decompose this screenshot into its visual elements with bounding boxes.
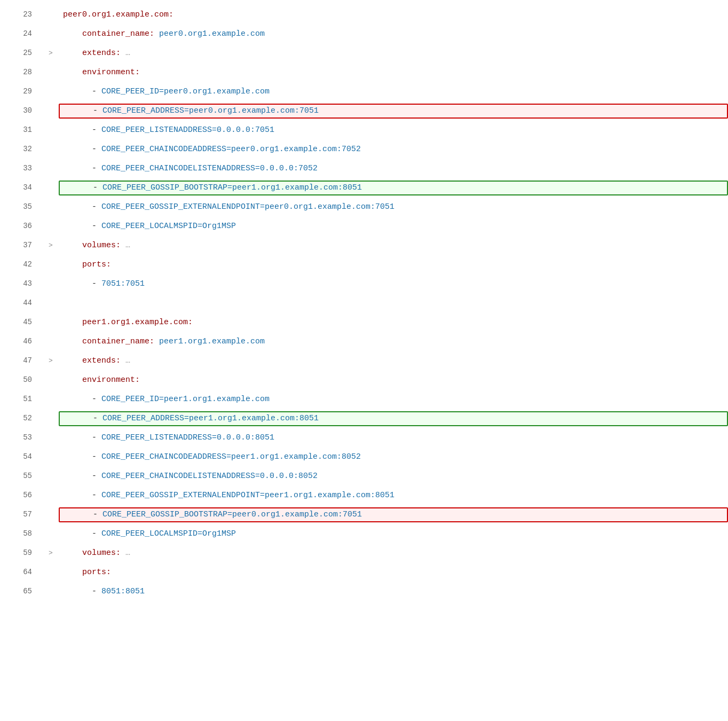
list-dash: - [93, 106, 102, 115]
list-value: CORE_PEER_CHAINCODEADDRESS=peer0.org1.ex… [101, 145, 361, 154]
line-number: 59 [0, 547, 43, 559]
line-number: 58 [0, 528, 43, 540]
value-text: peer1.org1.example.com [159, 337, 265, 346]
list-value: CORE_PEER_CHAINCODEADDRESS=peer1.org1.ex… [101, 452, 361, 461]
gutter-icon[interactable]: > [43, 356, 59, 366]
list-value: CORE_PEER_ID=peer0.org1.example.com [101, 87, 270, 96]
key-text: volumes: [82, 548, 125, 558]
list-value: CORE_PEER_CHAINCODELISTENADDRESS=0.0.0.0… [101, 472, 318, 481]
code-line: 43 - 7051:7051 [0, 275, 728, 294]
gutter-icon[interactable]: > [43, 48, 59, 59]
list-value: CORE_PEER_GOSSIP_EXTERNALENDPOINT=peer0.… [101, 202, 394, 211]
line-number: 32 [0, 144, 43, 155]
list-dash: - [92, 126, 101, 135]
list-value: CORE_PEER_LOCALMSPID=Org1MSP [101, 529, 236, 538]
collapsed-indicator: … [125, 548, 130, 558]
list-dash: - [92, 452, 101, 461]
line-content: - CORE_PEER_GOSSIP_EXTERNALENDPOINT=peer… [59, 489, 728, 501]
code-line: 35 - CORE_PEER_GOSSIP_EXTERNALENDPOINT=p… [0, 198, 728, 217]
line-content: - CORE_PEER_LOCALMSPID=Org1MSP [59, 220, 728, 232]
key-text: peer0.org1.example.com: [63, 10, 173, 19]
line-number: 25 [0, 48, 43, 59]
gutter-icon[interactable]: > [43, 240, 59, 251]
line-number: 34 [0, 182, 43, 194]
key-text: ports: [82, 568, 111, 577]
code-line: 24 container_name: peer0.org1.example.co… [0, 25, 728, 44]
list-value: CORE_PEER_LISTENADDRESS=0.0.0.0:7051 [101, 126, 274, 135]
line-number: 65 [0, 586, 43, 598]
code-line: 29 - CORE_PEER_ID=peer0.org1.example.com [0, 82, 728, 101]
key-text: extends: [82, 49, 125, 58]
key-text: ports: [82, 260, 111, 269]
line-content: extends: … [59, 355, 728, 367]
list-value: CORE_PEER_GOSSIP_BOOTSTRAP=peer0.org1.ex… [102, 510, 362, 519]
line-number: 50 [0, 374, 43, 386]
code-line: 45 peer1.org1.example.com: [0, 313, 728, 332]
list-value: 7051:7051 [101, 279, 145, 288]
list-dash: - [92, 222, 101, 231]
code-line: 59> volumes: … [0, 544, 728, 563]
list-value: CORE_PEER_LISTENADDRESS=0.0.0.0:8051 [101, 433, 274, 442]
list-value: CORE_PEER_GOSSIP_BOOTSTRAP=peer1.org1.ex… [102, 183, 362, 192]
line-content: volumes: … [59, 239, 728, 252]
code-line: 51 - CORE_PEER_ID=peer1.org1.example.com [0, 390, 728, 409]
line-content: - 7051:7051 [59, 278, 728, 290]
list-value: CORE_PEER_CHAINCODELISTENADDRESS=0.0.0.0… [101, 164, 318, 173]
list-dash: - [92, 472, 101, 481]
key-text: environment: [82, 68, 140, 77]
list-dash: - [92, 145, 101, 154]
code-line: 65 - 8051:8051 [0, 582, 728, 601]
line-content: - CORE_PEER_ID=peer1.org1.example.com [59, 393, 728, 405]
line-number: 43 [0, 278, 43, 290]
code-line: 55 - CORE_PEER_CHAINCODELISTENADDRESS=0.… [0, 467, 728, 486]
list-value: CORE_PEER_GOSSIP_EXTERNALENDPOINT=peer1.… [101, 491, 394, 500]
line-content: volumes: … [59, 547, 728, 559]
line-number: 52 [0, 413, 43, 425]
line-number: 53 [0, 432, 43, 444]
line-content [59, 297, 728, 309]
line-number: 29 [0, 86, 43, 98]
code-line: 31 - CORE_PEER_LISTENADDRESS=0.0.0.0:705… [0, 121, 728, 140]
list-dash: - [93, 414, 102, 423]
code-line: 50 environment: [0, 371, 728, 390]
line-number: 46 [0, 336, 43, 348]
gutter-icon[interactable]: > [43, 548, 59, 559]
list-value: CORE_PEER_ADDRESS=peer0.org1.example.com… [102, 106, 319, 115]
key-text: extends: [82, 356, 125, 365]
code-line: 47> extends: … [0, 351, 728, 371]
line-number: 54 [0, 451, 43, 463]
list-value: CORE_PEER_ADDRESS=peer1.org1.example.com… [102, 414, 319, 423]
code-line: 44 [0, 294, 728, 313]
list-dash: - [93, 510, 102, 519]
list-dash: - [92, 279, 101, 288]
list-dash: - [92, 202, 101, 211]
list-dash: - [92, 491, 101, 500]
line-number: 37 [0, 240, 43, 252]
line-number: 33 [0, 163, 43, 175]
list-dash: - [92, 87, 101, 96]
line-content: - CORE_PEER_GOSSIP_BOOTSTRAP=peer1.org1.… [59, 181, 728, 195]
code-line: 34 - CORE_PEER_GOSSIP_BOOTSTRAP=peer1.or… [0, 178, 728, 198]
line-content: - CORE_PEER_GOSSIP_BOOTSTRAP=peer0.org1.… [59, 507, 728, 522]
line-number: 64 [0, 567, 43, 578]
code-line: 64 ports: [0, 563, 728, 582]
collapsed-indicator: … [125, 356, 130, 365]
line-number: 55 [0, 471, 43, 482]
line-content: ports: [59, 258, 728, 271]
list-value: 8051:8051 [101, 587, 145, 596]
line-content: - CORE_PEER_LOCALMSPID=Org1MSP [59, 528, 728, 540]
line-content: - CORE_PEER_CHAINCODEADDRESS=peer0.org1.… [59, 143, 728, 155]
line-content: - CORE_PEER_LISTENADDRESS=0.0.0.0:7051 [59, 124, 728, 136]
line-number: 51 [0, 394, 43, 405]
line-number: 36 [0, 221, 43, 232]
code-line: 28 environment: [0, 63, 728, 82]
list-dash: - [92, 433, 101, 442]
line-content: container_name: peer1.org1.example.com [59, 335, 728, 348]
line-number: 45 [0, 317, 43, 328]
code-line: 25> extends: … [0, 44, 728, 63]
line-content: - CORE_PEER_ADDRESS=peer0.org1.example.c… [59, 104, 728, 118]
list-dash: - [92, 164, 101, 173]
code-line: 42 ports: [0, 255, 728, 275]
line-content: - CORE_PEER_CHAINCODEADDRESS=peer1.org1.… [59, 451, 728, 463]
list-dash: - [92, 395, 101, 404]
